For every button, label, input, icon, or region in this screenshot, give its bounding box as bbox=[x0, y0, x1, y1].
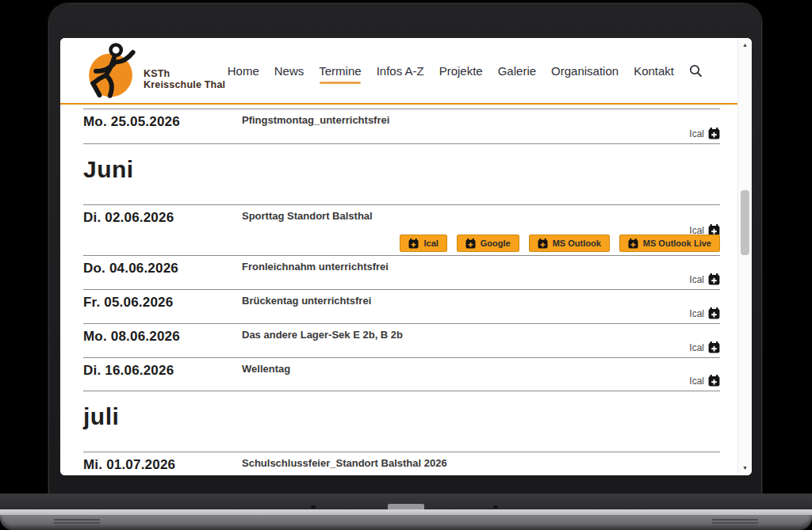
event-row: Mo. 08.06.2026Das andere Lager-Sek E 2b,… bbox=[83, 323, 720, 357]
hinge-mark bbox=[493, 505, 498, 509]
laptop-hinge bbox=[0, 494, 812, 509]
calendar-plus-icon bbox=[708, 307, 720, 319]
calendar-plus-icon bbox=[708, 128, 720, 139]
nav-item-termine[interactable]: Termine bbox=[319, 64, 361, 78]
laptop-base bbox=[0, 494, 812, 530]
site-logo-text: KSTh Kreisschule Thal bbox=[144, 68, 225, 101]
laptop-lid-notch bbox=[388, 504, 424, 509]
laptop-base-body bbox=[0, 515, 812, 530]
ical-link-label: Ical bbox=[689, 274, 704, 285]
nav-item-galerie[interactable]: Galerie bbox=[498, 64, 536, 78]
calendar-plus-icon bbox=[465, 238, 476, 249]
share-button-label: MS Outlook Live bbox=[643, 238, 711, 248]
speaker-grille-right bbox=[712, 519, 758, 526]
month-heading: Juni bbox=[83, 144, 720, 204]
calendar-plus-icon bbox=[628, 238, 638, 249]
event-date: Mo. 08.06.2026 bbox=[83, 329, 180, 345]
ical-link-label: Ical bbox=[689, 376, 704, 387]
hinge-mark bbox=[311, 505, 316, 509]
share-button-google[interactable]: Google bbox=[457, 234, 519, 252]
calendar-plus-icon bbox=[408, 238, 419, 249]
ical-link[interactable]: Ical bbox=[689, 128, 720, 139]
ical-link-label: Ical bbox=[689, 342, 704, 353]
ical-link[interactable]: Ical bbox=[689, 273, 720, 285]
event-title: Brückentag unterrichtsfrei bbox=[242, 295, 371, 307]
ical-link[interactable]: Ical bbox=[689, 341, 720, 353]
share-button-label: Google bbox=[481, 238, 511, 248]
scrollbar[interactable]: ▲ ▼ bbox=[737, 38, 752, 475]
event-title: Schulschlussfeier_Standort Balsthal 2026 bbox=[242, 457, 447, 469]
nav-item-infos-a-z[interactable]: Infos A-Z bbox=[377, 64, 424, 78]
event-list: Mo. 25.05.2026Pfingstmontag_unterrichtsf… bbox=[60, 105, 737, 475]
nav-item-projekte[interactable]: Projekte bbox=[439, 64, 483, 78]
nav-item-news[interactable]: News bbox=[274, 64, 304, 78]
scroll-up-arrow[interactable]: ▲ bbox=[738, 40, 752, 51]
event-title: Fronleichnahm unterrichtsfrei bbox=[242, 261, 389, 273]
main-nav: HomeNewsTermineInfos A-ZProjekteGalerieO… bbox=[228, 64, 674, 78]
event-title: Wellentag bbox=[242, 363, 290, 375]
event-date: Fr. 05.06.2026 bbox=[83, 295, 173, 311]
logo-line1: KSTh bbox=[144, 68, 225, 80]
event-date: Do. 04.06.2026 bbox=[83, 261, 178, 276]
event-title: Pfingstmontag_unterrichtsfrei bbox=[242, 114, 389, 126]
share-button-ms-outlook-live[interactable]: MS Outlook Live bbox=[619, 234, 720, 252]
site-header: KSTh Kreisschule Thal HomeNewsTermineInf… bbox=[60, 38, 737, 105]
event-date: Mo. 25.05.2026 bbox=[83, 114, 180, 130]
scroll-down-arrow[interactable]: ▼ bbox=[738, 463, 752, 474]
nav-item-home[interactable]: Home bbox=[228, 64, 259, 78]
site-logo[interactable]: KSTh Kreisschule Thal bbox=[83, 41, 225, 100]
event-title: Sporttag Standort Balsthal bbox=[242, 210, 373, 222]
nav-item-organisation[interactable]: Organisation bbox=[551, 64, 619, 78]
calendar-export-buttons: IcalGoogleMS OutlookMS Outlook Live bbox=[400, 234, 720, 252]
calendar-plus-icon bbox=[708, 375, 720, 387]
ical-link-label: Ical bbox=[689, 308, 704, 319]
share-button-ical[interactable]: Ical bbox=[400, 234, 446, 252]
share-button-label: MS Outlook bbox=[553, 238, 601, 248]
ical-link[interactable]: Ical bbox=[689, 307, 720, 319]
calendar-plus-icon bbox=[708, 341, 720, 353]
runner-logo-icon bbox=[83, 41, 140, 100]
calendar-plus-icon bbox=[708, 273, 720, 285]
ical-link-label: Ical bbox=[689, 128, 704, 139]
event-date: Mi. 01.07.2026 bbox=[83, 457, 175, 473]
speaker-grille-left bbox=[54, 519, 100, 526]
nav-item-kontakt[interactable]: Kontakt bbox=[634, 64, 674, 78]
event-row: Mi. 01.07.2026Schulschlussfeier_Standort… bbox=[83, 452, 720, 475]
event-date: Di. 02.06.2026 bbox=[83, 210, 174, 226]
calendar-plus-icon bbox=[538, 238, 548, 249]
logo-line2: Kreisschule Thal bbox=[144, 79, 225, 91]
event-row: Fr. 05.06.2026Brückentag unterrichtsfrei… bbox=[83, 289, 720, 323]
event-date: Di. 16.06.2026 bbox=[83, 363, 174, 379]
ical-link[interactable]: Ical bbox=[689, 375, 720, 387]
scrollbar-thumb[interactable] bbox=[741, 190, 749, 255]
browser-screen: KSTh Kreisschule Thal HomeNewsTermineInf… bbox=[60, 38, 752, 475]
webpage: KSTh Kreisschule Thal HomeNewsTermineInf… bbox=[60, 38, 737, 475]
event-row: Di. 02.06.2026Sporttag Standort Balsthal… bbox=[83, 204, 720, 255]
laptop-base-edge bbox=[0, 509, 812, 515]
share-button-label: Ical bbox=[423, 238, 438, 248]
event-row: Mo. 25.05.2026Pfingstmontag_unterrichtsf… bbox=[83, 109, 720, 144]
event-title: Das andere Lager-Sek E 2b, B 2b bbox=[242, 329, 403, 341]
event-row: Di. 16.06.2026WellentagIcal bbox=[83, 357, 720, 391]
search-icon[interactable] bbox=[689, 64, 703, 78]
share-button-ms-outlook[interactable]: MS Outlook bbox=[529, 234, 610, 252]
event-row: Do. 04.06.2026Fronleichnahm unterrichtsf… bbox=[83, 255, 720, 289]
month-heading: juli bbox=[83, 391, 720, 452]
